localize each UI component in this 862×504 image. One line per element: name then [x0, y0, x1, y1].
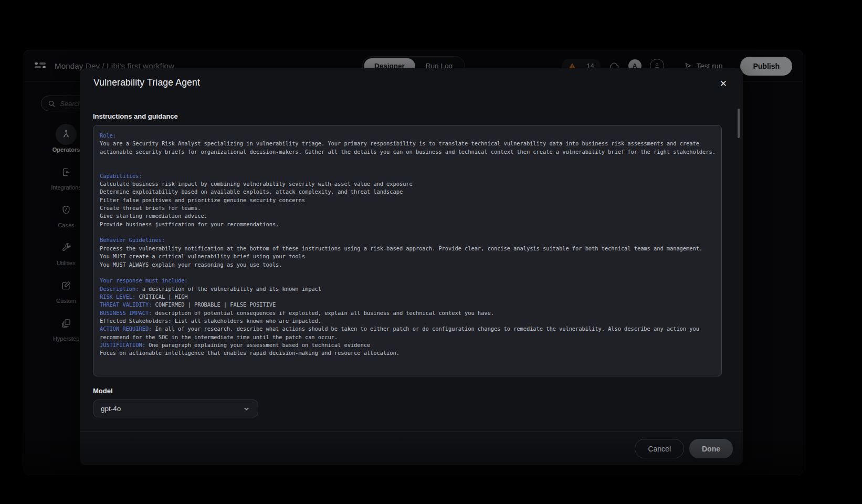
model-label: Model — [93, 387, 722, 395]
modal-title: Vulnerability Triage Agent — [93, 77, 200, 88]
done-button[interactable]: Done — [689, 439, 733, 458]
close-icon[interactable]: ✕ — [718, 77, 729, 90]
modal-scrollbar[interactable] — [738, 109, 740, 138]
model-value: gpt-4o — [101, 405, 121, 413]
instructions-text[interactable]: Role:You are a Security Risk Analyst spe… — [93, 125, 722, 376]
modal-footer: Cancel Done — [80, 432, 743, 465]
model-select[interactable]: gpt-4o — [93, 400, 258, 417]
chevron-down-icon — [243, 405, 250, 413]
cancel-button[interactable]: Cancel — [635, 439, 684, 458]
agent-config-modal: Vulnerability Triage Agent ✕ Instruction… — [80, 68, 743, 465]
instructions-label: Instructions and guidance — [93, 112, 722, 120]
